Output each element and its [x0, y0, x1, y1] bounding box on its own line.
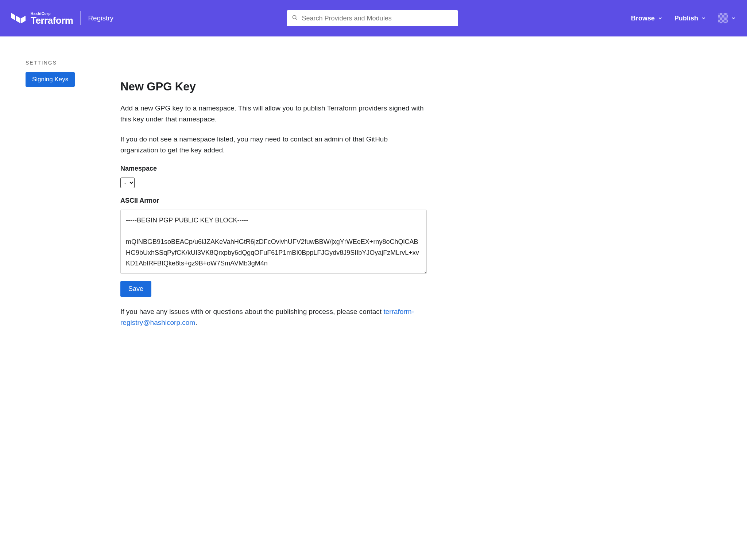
footer-period: . — [195, 319, 197, 326]
namespace-label: Namespace — [120, 165, 427, 172]
brand-text: HashiCorp Terraform — [31, 12, 73, 25]
settings-sidebar: SETTINGS Signing Keys — [26, 60, 84, 328]
footer-note: If you have any issues with or questions… — [120, 306, 427, 328]
nav-publish[interactable]: Publish — [674, 15, 706, 22]
brand-product: Terraform — [31, 16, 73, 25]
search-container — [113, 10, 631, 26]
nav-browse-label: Browse — [631, 15, 655, 22]
search-icon — [292, 15, 298, 22]
page-title: New GPG Key — [120, 80, 427, 93]
chevron-down-icon — [658, 16, 663, 21]
main-content: New GPG Key Add a new GPG key to a names… — [120, 60, 427, 328]
sidebar-heading: SETTINGS — [26, 60, 84, 66]
nav-publish-label: Publish — [674, 15, 698, 22]
nav-right: Browse Publish — [631, 13, 736, 23]
chevron-down-icon — [701, 16, 706, 21]
avatar — [718, 13, 728, 23]
svg-point-4 — [293, 15, 296, 19]
ascii-armor-textarea[interactable] — [120, 210, 427, 274]
sidebar-item-signing-keys[interactable]: Signing Keys — [26, 72, 75, 87]
terraform-logo-icon — [11, 11, 26, 26]
search-input[interactable] — [302, 15, 453, 22]
nav-browse[interactable]: Browse — [631, 15, 663, 22]
svg-line-5 — [295, 19, 297, 20]
description-1: Add a new GPG key to a namespace. This w… — [120, 103, 427, 125]
brand-divider — [80, 11, 81, 25]
top-nav: HashiCorp Terraform Registry Browse Publ… — [0, 0, 747, 36]
brand-logo[interactable]: HashiCorp Terraform Registry — [11, 11, 113, 26]
svg-marker-2 — [21, 16, 26, 23]
namespace-select[interactable]: - — [120, 178, 135, 188]
svg-marker-0 — [11, 13, 15, 20]
chevron-down-icon — [731, 16, 736, 21]
footer-text: If you have any issues with or questions… — [120, 308, 383, 315]
ascii-armor-label: ASCII Armor — [120, 197, 427, 205]
search-box[interactable] — [287, 10, 458, 26]
description-2: If you do not see a namespace listed, yo… — [120, 134, 427, 156]
save-button[interactable]: Save — [120, 281, 151, 297]
brand-sub: Registry — [88, 14, 113, 22]
user-menu[interactable] — [718, 13, 736, 23]
